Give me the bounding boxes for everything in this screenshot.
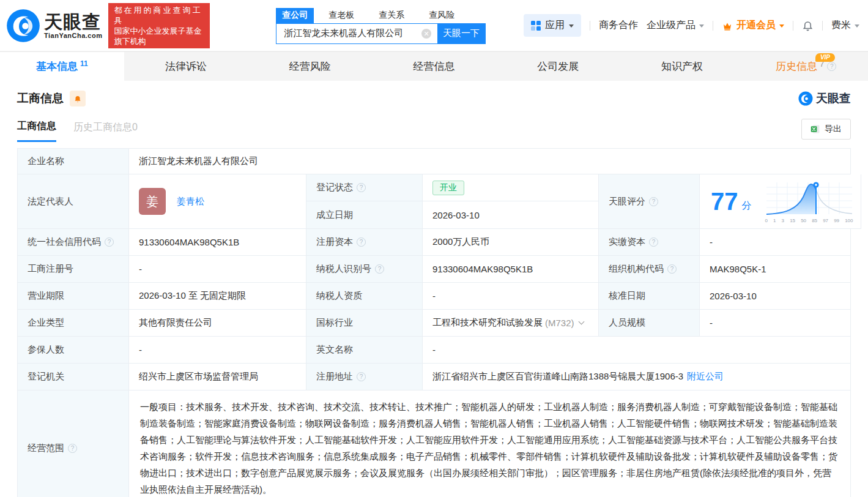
help-icon[interactable] [649, 237, 658, 247]
tianyancha-logo[interactable]: 天眼查 TianYanCha.com [6, 9, 102, 43]
help-icon[interactable] [357, 372, 366, 381]
export-button[interactable]: 导出 [801, 119, 851, 140]
subtab-row: 工商信息 历史工商信息0 导出 [0, 110, 868, 143]
apps-label: 应用 [545, 19, 565, 32]
slogan-badge: 都在用的商业查询工具 国家中小企业发展子基金旗下机构 [108, 3, 210, 48]
search-tab-company[interactable]: 查公司 [276, 8, 314, 23]
search-button[interactable]: 天眼一下 [437, 24, 485, 43]
reg-status-label: 登记状态 [306, 174, 423, 201]
tab-legal-proceedings[interactable]: 法律诉讼 [124, 52, 248, 81]
help-icon[interactable] [105, 237, 114, 247]
tab-label: 经营风险 [289, 59, 331, 73]
score-unit: 分 [742, 200, 752, 212]
table-row: 企业名称 浙江智龙未来机器人有限公司 [18, 149, 851, 174]
help-icon[interactable] [827, 62, 836, 71]
chevron-down-icon [779, 24, 784, 28]
table-row: 工商注册号 - 纳税人识别号 91330604MAK98Q5K1B 组织机构代码… [18, 256, 851, 283]
industry-label: 国标行业 [306, 310, 423, 337]
subscribe-bell-icon[interactable] [70, 91, 86, 106]
score-distribution-chart: 0131550859799100 [764, 180, 855, 223]
help-icon[interactable] [375, 264, 384, 274]
nav-user[interactable]: 费米 [831, 19, 859, 32]
tianyancha-logo-icon [6, 9, 40, 43]
help-icon[interactable] [357, 183, 366, 192]
help-icon[interactable] [667, 264, 677, 274]
reg-authority-value: 绍兴市上虞区市场监督管理局 [129, 364, 306, 390]
tab-intellectual-property[interactable]: 知识产权 [620, 52, 744, 81]
help-icon[interactable] [357, 237, 366, 247]
vip-badge: VIP [815, 53, 835, 62]
legal-rep-link[interactable]: 姜青松 [177, 196, 204, 207]
legal-rep-value: 姜 姜青松 [129, 174, 306, 229]
staff-size-value: - [700, 310, 851, 337]
notification-bell-icon[interactable] [802, 20, 814, 31]
approval-date-label: 核准日期 [599, 283, 700, 310]
help-icon[interactable] [68, 444, 77, 453]
insured-value: - [129, 337, 306, 364]
chevron-down-icon [569, 24, 574, 28]
reg-status-value: 开业 [423, 174, 599, 201]
score-value[interactable]: 77 分 [700, 174, 861, 229]
tab-business-info[interactable]: 经营信息 [372, 52, 496, 81]
tab-basic-info[interactable]: 基本信息 11 [0, 52, 124, 81]
search-tab-relation[interactable]: 查关系 [373, 8, 410, 23]
biz-scope-value: 一般项目：技术服务、技术开发、技术咨询、技术交流、技术转让、技术推广；智能机器人… [129, 390, 851, 497]
reg-no-label: 工商注册号 [18, 256, 129, 283]
nav-open-vip[interactable]: 开通会员 [722, 19, 784, 32]
logo-domain: TianYanCha.com [44, 32, 102, 39]
legal-rep-avatar[interactable]: 姜 [139, 188, 166, 215]
company-name-value: 浙江智龙未来机器人有限公司 [129, 149, 851, 174]
tab-label: 公司发展 [537, 59, 579, 73]
watermark-text: 天眼查 [816, 91, 851, 106]
tab-history-info[interactable]: VIP 历史信息 7 [744, 52, 868, 81]
nav-divider [822, 21, 823, 31]
legal-rep-label: 法定代表人 [18, 174, 129, 229]
top-nav: 应用 商务合作 企业级产品 开通会员 费米 [524, 14, 859, 37]
table-row: 营业期限 2026-03-10 至 无固定期限 纳税人资质 - 核准日期 202… [18, 283, 851, 310]
chevron-down-icon [855, 24, 859, 28]
tab-company-development[interactable]: 公司发展 [496, 52, 620, 81]
company-type-label: 企业类型 [18, 310, 129, 337]
apps-menu[interactable]: 应用 [524, 14, 581, 37]
org-code-value: MAK98Q5K-1 [700, 256, 851, 283]
table-row: 法定代表人 姜 姜青松 登记状态 开业 成立日期 2026-03-10 天眼评分… [18, 174, 851, 229]
nav-business-cooperation[interactable]: 商务合作 [599, 19, 638, 32]
search-tab-risk[interactable]: 查风险 [423, 8, 461, 23]
tab-label: 历史信息 [776, 59, 817, 73]
english-name-value: - [423, 337, 851, 364]
subtab-business-info[interactable]: 工商信息 [17, 120, 56, 142]
taxpayer-qual-label: 纳税人资质 [306, 283, 423, 310]
approval-date-value: 2026-03-10 [700, 283, 851, 310]
org-code-label: 组织机构代码 [599, 256, 700, 283]
reg-address-value: 浙江省绍兴市上虞区百官街道峰山南路1388号锦晨大厦1906-3 附近公司 [423, 364, 851, 390]
nav-enterprise-products[interactable]: 企业级产品 [647, 19, 704, 32]
search-tab-boss[interactable]: 查老板 [322, 8, 360, 23]
chevron-down-icon[interactable] [578, 319, 584, 325]
table-row: 企业类型 其他有限责任公司 国标行业 工程和技术研究和试验发展 (M732) 人… [18, 310, 851, 337]
tab-business-risk[interactable]: 经营风险 [248, 52, 372, 81]
tab-label: 法律诉讼 [165, 59, 207, 73]
table-row: 经营范围 一般项目：技术服务、技术开发、技术咨询、技术交流、技术转让、技术推广；… [18, 390, 851, 497]
nav-divider [793, 21, 793, 31]
industry-code: (M732) [545, 318, 574, 328]
section-title: 工商信息 [17, 91, 64, 106]
company-type-value: 其他有限责任公司 [129, 310, 306, 337]
tab-label: 经营信息 [414, 59, 455, 73]
enterprise-label: 企业级产品 [647, 19, 696, 32]
nearby-companies-link[interactable]: 附近公司 [687, 371, 724, 383]
chevron-down-icon [699, 24, 704, 28]
taxpayer-id-label: 纳税人识别号 [306, 256, 423, 283]
business-info-table: 企业名称 浙江智龙未来机器人有限公司 法定代表人 姜 姜青松 登记状态 开业 成… [17, 148, 851, 497]
paid-capital-value: - [700, 229, 851, 256]
search-box: ✕ 天眼一下 [276, 23, 486, 44]
score-axis-ticks: 0131550859799100 [764, 218, 855, 223]
nav-divider [713, 21, 713, 31]
taxpayer-qual-value: - [423, 283, 599, 310]
top-header: 天眼查 TianYanCha.com 都在用的商业查询工具 国家中小企业发展子基… [0, 0, 868, 51]
help-icon[interactable] [649, 197, 658, 206]
biz-term-value: 2026-03-10 至 无固定期限 [129, 283, 306, 310]
search-input[interactable] [276, 24, 437, 43]
search-tabs: 查公司 查老板 查关系 查风险 [276, 7, 486, 23]
subtab-history-business-info[interactable]: 历史工商信息0 [73, 121, 138, 141]
clear-icon[interactable]: ✕ [421, 29, 431, 39]
